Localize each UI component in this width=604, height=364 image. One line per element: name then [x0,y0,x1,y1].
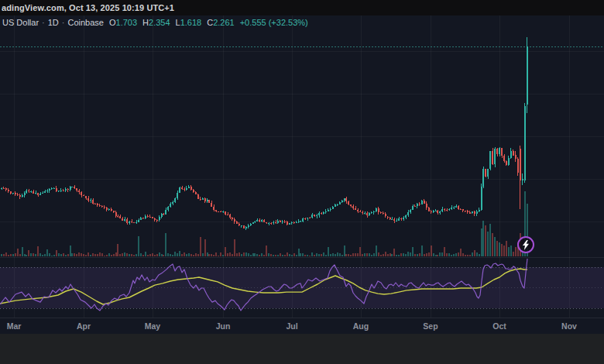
axis-label-oct: Oct [492,318,506,334]
ohlc-low: L1.618 [176,18,202,27]
ohlc-close: C2.261 [207,18,234,27]
axis-label-jun: Jun [216,318,231,334]
tradingview-chart-window: adingView.com, Oct 13, 2025 10:19 UTC+1 … [0,0,604,364]
symbol-name[interactable]: US Dollar [2,18,39,27]
boost-badge[interactable] [517,236,534,253]
price-chart[interactable] [0,0,604,364]
axis-label-jul: Jul [286,318,297,334]
bottom-bar [0,334,604,364]
legend-separator: · [62,18,65,27]
timeframe[interactable]: 1D [48,18,59,27]
symbol-legend: US Dollar · 1D · Coinbase O1.703 H2.354 … [2,18,308,27]
exchange-name: Coinbase [67,18,103,27]
candles-layer [1,37,528,230]
axis-label-may: May [145,318,160,334]
axis-label-mar: Mar [7,318,22,334]
axis-label-sep: Sep [423,318,438,334]
ohlc-open: O1.703 [109,18,137,27]
time-axis[interactable]: MarAprMayJunJulAugSepOctNov [0,318,604,334]
ohlc-high: H2.354 [142,18,170,27]
legend-separator: · [42,18,45,27]
screenshot-caption-bar: adingView.com, Oct 13, 2025 10:19 UTC+1 [0,0,604,15]
axis-label-nov: Nov [561,318,577,334]
lightning-icon [522,240,530,250]
axis-label-apr: Apr [77,318,91,334]
caption-text: adingView.com, Oct 13, 2025 10:19 UTC+1 [2,3,174,12]
volume-layer [1,191,528,256]
axis-label-aug: Aug [353,318,369,334]
price-change: +0.555 (+32.53%) [240,18,308,27]
